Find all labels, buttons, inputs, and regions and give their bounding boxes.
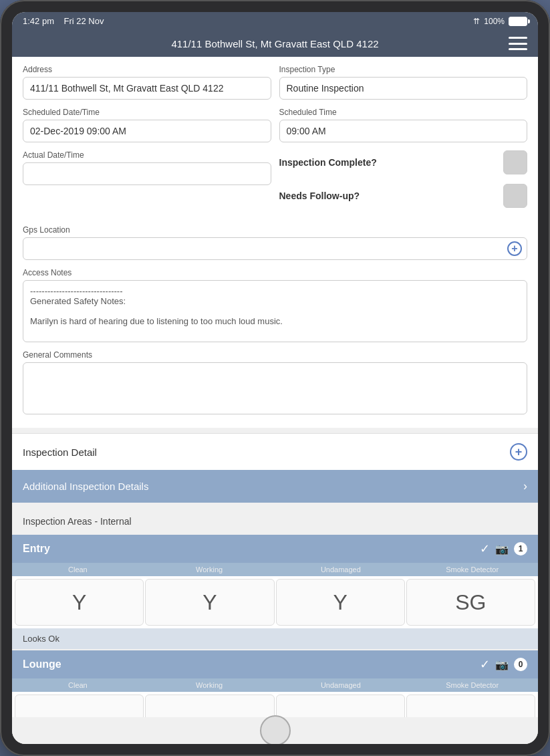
lounge-value-undamaged[interactable]: [276, 695, 405, 717]
needs-followup-group: Needs Follow-up?: [279, 184, 528, 208]
gps-label: Gps Location: [23, 225, 527, 235]
inspection-type-group: Inspection Type: [279, 65, 528, 100]
scheduled-time-input[interactable]: [279, 120, 528, 142]
area-lounge-columns-header: Clean Working Undamaged Smoke Detector: [12, 678, 538, 692]
form-section: Address Inspection Type Scheduled Date/T…: [12, 57, 538, 428]
area-entry-actions: ✓ 📷 1: [480, 541, 527, 556]
scheduled-date-label: Scheduled Date/Time: [23, 108, 271, 117]
inspection-type-input[interactable]: [279, 77, 528, 100]
lounge-checkmark-icon[interactable]: ✓: [480, 657, 490, 672]
area-lounge: Lounge ✓ 📷 0 Clean Working Undamaged Smo…: [12, 650, 538, 717]
scroll-content[interactable]: Address Inspection Type Scheduled Date/T…: [12, 57, 538, 717]
inspection-detail-label: Inspection Detail: [23, 447, 97, 458]
actual-date-group: Actual Date/Time: [23, 150, 271, 217]
actual-date-input[interactable]: [23, 162, 271, 185]
entry-col-working: Working: [144, 563, 275, 576]
gps-add-button[interactable]: +: [507, 241, 522, 256]
general-comments-label: General Comments: [23, 350, 527, 360]
scheduled-date-group: Scheduled Date/Time: [23, 108, 271, 142]
scheduled-time-group: Scheduled Time: [279, 108, 528, 142]
entry-col-clean: Clean: [12, 563, 144, 576]
inspection-detail-row: Inspection Detail +: [12, 433, 538, 470]
menu-icon[interactable]: [509, 37, 527, 50]
inspection-complete-checkbox[interactable]: [503, 150, 527, 174]
entry-col-undamaged: Undamaged: [275, 563, 407, 576]
needs-followup-label: Needs Follow-up?: [279, 191, 360, 201]
inspection-complete-group: Inspection Complete?: [279, 150, 528, 174]
lounge-col-clean: Clean: [12, 678, 144, 692]
divider-2: [12, 503, 538, 508]
additional-row[interactable]: Additional Inspection Details ›: [12, 470, 538, 503]
entry-value-undamaged[interactable]: Y: [276, 579, 405, 626]
nav-title: 411/11 Bothwell St, Mt Gravatt East QLD …: [41, 38, 509, 49]
entry-value-clean[interactable]: Y: [15, 579, 144, 626]
area-entry-notes: Looks Ok: [12, 628, 538, 649]
additional-label: Additional Inspection Details: [23, 481, 148, 492]
lounge-col-smoke: Smoke Detector: [406, 678, 538, 692]
entry-value-working[interactable]: Y: [145, 579, 274, 626]
lounge-col-undamaged: Undamaged: [275, 678, 407, 692]
status-indicators: ⇈ 100%: [473, 17, 527, 26]
row-address-type: Address Inspection Type: [23, 65, 527, 100]
general-comments-textarea[interactable]: [23, 362, 527, 414]
row-scheduled: Scheduled Date/Time Scheduled Time: [23, 108, 527, 142]
scheduled-date-input[interactable]: [23, 120, 271, 142]
lounge-camera-icon[interactable]: 📷: [495, 658, 509, 671]
gps-input[interactable]: [23, 237, 527, 260]
status-bar: 1:42 pm Fri 22 Nov ⇈ 100%: [12, 12, 538, 30]
chevron-right-icon: ›: [523, 479, 527, 493]
inspection-detail-add-button[interactable]: +: [510, 443, 527, 461]
lounge-col-working: Working: [144, 678, 275, 692]
area-lounge-header: Lounge ✓ 📷 0: [12, 650, 538, 678]
divider-1: [12, 428, 538, 433]
scheduled-time-label: Scheduled Time: [279, 108, 528, 117]
access-notes-label: Access Notes: [23, 268, 527, 277]
area-lounge-name: Lounge: [23, 658, 61, 670]
area-lounge-values: [12, 692, 538, 717]
address-input[interactable]: [23, 77, 271, 100]
ipad-screen: 1:42 pm Fri 22 Nov ⇈ 100% 411/11 Bothwel…: [12, 12, 538, 744]
checkboxes-group: Inspection Complete? Needs Follow-up?: [279, 150, 528, 217]
access-notes-group: Access Notes ---------------------------…: [23, 268, 527, 342]
wifi-icon: ⇈: [473, 17, 480, 26]
battery-icon: [509, 17, 527, 26]
home-button[interactable]: [260, 715, 291, 744]
lounge-photo-count: 0: [514, 658, 527, 671]
ipad-frame: 1:42 pm Fri 22 Nov ⇈ 100% 411/11 Bothwel…: [0, 0, 550, 756]
actual-date-label: Actual Date/Time: [23, 150, 271, 160]
gps-group: Gps Location +: [23, 225, 527, 260]
address-group: Address: [23, 65, 271, 100]
area-entry-header: Entry ✓ 📷 1: [12, 535, 538, 563]
area-entry: Entry ✓ 📷 1 Clean Working Undamaged Smok…: [12, 535, 538, 649]
entry-camera-icon[interactable]: 📷: [495, 543, 509, 555]
general-comments-group: General Comments: [23, 350, 527, 414]
address-label: Address: [23, 65, 271, 74]
entry-photo-count: 1: [514, 542, 527, 555]
entry-col-smoke: Smoke Detector: [406, 563, 538, 576]
areas-header: Inspection Areas - Internal: [12, 508, 538, 535]
needs-followup-checkbox[interactable]: [503, 184, 527, 208]
area-entry-name: Entry: [23, 543, 50, 555]
inspection-type-label: Inspection Type: [279, 65, 528, 74]
inspection-complete-label: Inspection Complete?: [279, 157, 377, 168]
entry-checkmark-icon[interactable]: ✓: [480, 541, 490, 556]
area-entry-values: Y Y Y SG: [12, 576, 538, 628]
gps-input-wrapper: +: [23, 237, 527, 260]
area-lounge-actions: ✓ 📷 0: [480, 657, 527, 672]
lounge-value-working[interactable]: [145, 695, 274, 717]
entry-value-smoke[interactable]: SG: [406, 579, 535, 626]
row-actual-checks: Actual Date/Time Inspection Complete? Ne…: [23, 150, 527, 217]
area-entry-columns-header: Clean Working Undamaged Smoke Detector: [12, 563, 538, 576]
lounge-value-clean[interactable]: [15, 695, 144, 717]
home-indicator: [12, 717, 538, 744]
areas-header-label: Inspection Areas - Internal: [23, 516, 132, 527]
access-notes-textarea[interactable]: -------------------------------- Generat…: [23, 280, 527, 342]
status-time: 1:42 pm Fri 22 Nov: [23, 16, 104, 26]
lounge-value-smoke[interactable]: [406, 695, 535, 717]
nav-bar: 411/11 Bothwell St, Mt Gravatt East QLD …: [12, 30, 538, 57]
